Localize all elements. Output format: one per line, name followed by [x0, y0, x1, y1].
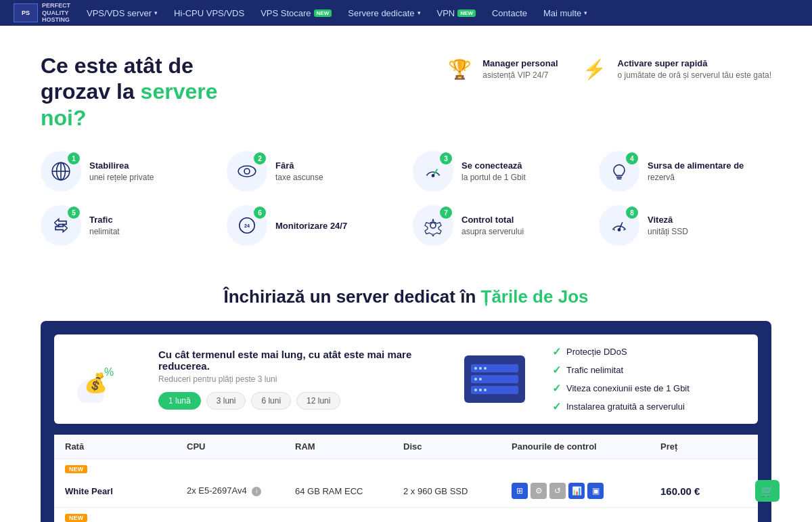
server-price: 160.00 €	[660, 485, 755, 497]
section-title: Închiriază un server dedicat în Țările d…	[0, 266, 812, 321]
new-badge: NEW	[314, 9, 332, 17]
feature-item-6: 24 6 Monitorizare 24/7	[227, 205, 399, 246]
pricing-perks: ✓ Protecție DDoS ✓ Trafic nelimitat ✓ Vi…	[552, 345, 742, 413]
pricing-section: 💰 % Cu cât termenul este mai lung, cu at…	[41, 321, 771, 522]
features-grid: 1 Stabilirea unei rețele private 2 Fără …	[0, 144, 812, 266]
hero-feature-manager: 🏆 Manager personal asistență VIP 24/7	[443, 53, 558, 85]
new-badge: NEW	[457, 9, 476, 17]
logo-text: PERFECTQUALITYHOSTING	[42, 2, 70, 24]
svg-point-4	[238, 166, 256, 177]
nav-vps-stocare[interactable]: VPS Stocare NEW	[261, 8, 332, 18]
speed-icon: 3	[413, 151, 453, 192]
logo[interactable]: PS PERFECTQUALITYHOSTING	[14, 2, 70, 24]
check-icon: ✓	[552, 400, 561, 413]
panel-icon-2[interactable]: ⚙	[531, 483, 547, 499]
pricing-top: 💰 % Cu cât termenul este mai lung, cu at…	[54, 334, 758, 424]
server-disc: 2 x 960 GB SSD	[403, 486, 512, 496]
feature-item-3: 3 Se conectează la portul de 1 Gbit	[413, 151, 585, 192]
eye-icon: 2	[227, 151, 267, 192]
svg-point-12	[430, 223, 436, 228]
svg-text:%: %	[104, 366, 114, 378]
perk-instalare: ✓ Instalarea gratuită a serverului	[552, 400, 742, 413]
discount-illustration: 💰 %	[70, 355, 131, 403]
pricing-info: Cu cât termenul este mai lung, cu atât e…	[158, 349, 437, 410]
chevron-down-icon: ▾	[584, 9, 587, 16]
new-badge: NEW	[65, 514, 87, 522]
pricing-sub-text: Reduceri pentru plăți peste 3 luni	[158, 374, 437, 384]
panel-icons: ⊞ ⚙ ↺ 📊 ▣	[512, 483, 660, 499]
server-table: Rată CPU RAM Disc Panourile de control P…	[54, 435, 758, 522]
nav-contacte[interactable]: Contacte	[492, 8, 527, 18]
panel-icon-1[interactable]: ⊞	[512, 483, 528, 499]
table-row: NEW Black Pearl 🔥 2x E5-2697Av4 i 128 GB…	[54, 508, 758, 522]
svg-point-14	[618, 229, 620, 231]
arrows-icon: 5	[41, 205, 81, 246]
lightning-icon: ⚡	[579, 53, 611, 85]
table-header: Rată CPU RAM Disc Panourile de control P…	[54, 435, 758, 459]
feature-item-2: 2 Fără taxe ascunse	[227, 151, 399, 192]
hero-features: 🏆 Manager personal asistență VIP 24/7 ⚡ …	[443, 53, 771, 85]
period-buttons: 1 lună 3 luni 6 luni 12 luni	[158, 392, 437, 410]
feature-item-1: 1 Stabilirea unei rețele private	[41, 151, 213, 192]
nav-servere-dedicate[interactable]: Servere dedicate ▾	[348, 8, 420, 18]
nav-vpn[interactable]: VPN NEW	[437, 8, 476, 18]
table-row: NEW White Pearl 2x E5-2697Av4 i 64 GB RA…	[54, 459, 758, 508]
add-to-cart-button[interactable]: 🛒	[755, 480, 780, 502]
panel-icon-4[interactable]: 📊	[568, 483, 585, 499]
info-icon[interactable]: i	[252, 487, 261, 496]
svg-point-5	[244, 169, 250, 174]
feature-item-8: 8 Viteză unități SSD	[599, 205, 771, 246]
server-name: White Pearl	[65, 486, 187, 496]
panel-icon-5[interactable]: ▣	[587, 483, 604, 499]
nav-hicpu[interactable]: Hi-CPU VPS/VDS	[174, 8, 244, 18]
clock-icon: 24 6	[227, 205, 267, 246]
chevron-down-icon: ▾	[154, 9, 158, 16]
panel-icon-3[interactable]: ↺	[549, 483, 566, 499]
hero-feature-activation: ⚡ Activare super rapidă o jumătate de or…	[579, 53, 771, 85]
check-icon: ✓	[552, 345, 561, 358]
speedometer-icon: 8	[599, 205, 639, 246]
nav-vps-vds[interactable]: VPS/VDS server ▾	[87, 8, 158, 18]
trophy-icon: 🏆	[443, 53, 476, 85]
hero-title: Ce este atât de grozav la servere noi?	[41, 53, 416, 131]
navbar: PS PERFECTQUALITYHOSTING VPS/VDS server …	[0, 0, 812, 26]
perk-viteza: ✓ Viteza conexiunii este de 1 Gbit	[552, 382, 742, 395]
period-btn-12luni[interactable]: 12 luni	[296, 392, 340, 410]
pricing-main-text: Cu cât termenul este mai lung, cu atât e…	[158, 349, 437, 372]
hero-right: 🏆 Manager personal asistență VIP 24/7 ⚡ …	[443, 53, 771, 85]
hero-section: Ce este atât de grozav la servere noi? 🏆…	[0, 26, 812, 144]
bulb-icon: 4	[599, 151, 639, 192]
table-row-white-pearl: White Pearl 2x E5-2697Av4 i 64 GB RAM EC…	[54, 475, 758, 507]
cart-cell: 🛒	[755, 480, 796, 502]
nav-mai-multe[interactable]: Mai multe ▾	[543, 8, 587, 18]
period-btn-6luni[interactable]: 6 luni	[251, 392, 291, 410]
period-btn-1luna[interactable]: 1 lună	[158, 392, 201, 410]
perk-ddos: ✓ Protecție DDoS	[552, 345, 742, 358]
svg-point-7	[432, 175, 434, 177]
server-image	[464, 355, 525, 403]
check-icon: ✓	[552, 364, 561, 376]
svg-text:24: 24	[244, 223, 250, 229]
feature-item-4: 4 Sursa de alimentare de rezervă	[599, 151, 771, 192]
network-icon: 1	[41, 151, 81, 192]
gear-icon: 7	[413, 205, 453, 246]
server-ram: 64 GB RAM ECC	[295, 486, 403, 496]
new-badge: NEW	[65, 465, 87, 473]
chevron-down-icon: ▾	[418, 9, 421, 16]
feature-item-5: 5 Trafic nelimitat	[41, 205, 213, 246]
logo-box: PS	[14, 3, 38, 22]
server-cpu: 2x E5-2697Av4 i	[187, 485, 295, 496]
perk-trafic: ✓ Trafic nelimitat	[552, 364, 742, 376]
hero-left: Ce este atât de grozav la servere noi?	[41, 53, 416, 131]
feature-item-7: 7 Control total asupra serverului	[413, 205, 585, 246]
period-btn-3luni[interactable]: 3 luni	[206, 392, 246, 410]
check-icon: ✓	[552, 382, 561, 395]
